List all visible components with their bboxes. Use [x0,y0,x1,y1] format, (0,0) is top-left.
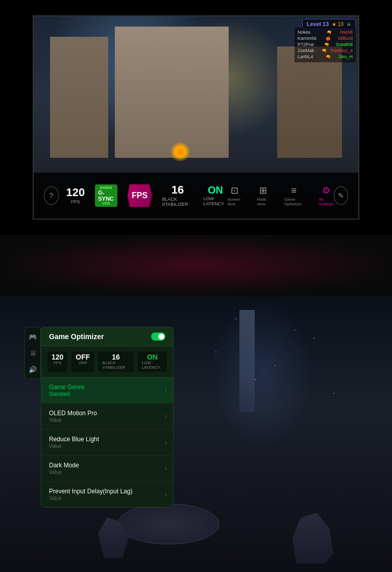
optimizer-latency-label: Low Latency [142,361,163,370]
volume-side-icon[interactable]: 🔊 [28,364,38,374]
reduce-blue-light-chevron: › [165,439,167,446]
team-name-4: TredNuz_4 [330,48,353,53]
reduce-blue-light-title: Reduce Blue Light [49,436,165,443]
score-row-5: Lar6IL4 🔫 Siru_H [298,54,353,59]
hud-icons-row: ⊡ Screen Size ⊞ Multi-view ≡ Game Optimi… [227,185,333,206]
menu-item-dark-mode[interactable]: Dark Mode Value › [41,456,173,482]
team-name-3: GreatNli [336,42,353,47]
building-right [277,46,342,158]
weapon-icon-5: 🔫 [326,55,331,59]
team-name-5: Siru_H [338,54,353,59]
player-name-1: Nokes [298,30,318,35]
oled-motion-chevron: › [165,413,167,420]
score-row-4: ZoeMak 🔫 TredNuz_4 [298,48,353,53]
game-screen-top: Level 13 ★ 10 ☠ Nokes 🔫 HarMt Karren56 🍎… [33,15,359,220]
menu-item-prevent-input-delay[interactable]: Prevent Input Delay(Input Lag) Value › [41,482,173,507]
weapon-icon-4: 🔫 [322,49,327,53]
screen-size-label: Screen Size [227,197,241,206]
display-side-icon[interactable]: 🖥 [28,348,38,358]
optimizer-panel-title: Game Optimizer [49,332,104,341]
score-row-2: Karren56 🍎 Millund [298,36,353,41]
level-text: Level 13 [307,21,329,27]
optimizer-toggle[interactable] [151,332,165,341]
gsync-name: G-SYNC [98,189,114,202]
game-genre-value: Standard [49,391,165,397]
optimizer-blackstab-value: 16 [112,353,120,361]
optimizer-label: Game Optimizer [284,197,304,206]
level-stars: ★ 10 [332,21,344,27]
latency-stat: ON Low Latency [204,185,228,206]
weapon-icon-3: 🔫 [324,42,329,47]
middle-transition [0,235,392,296]
fps-center-badge: FPS [128,184,152,207]
optimizer-fps-label: FPS [54,361,62,365]
multiview-label: Multi-view [257,197,269,206]
edit-icon[interactable]: ✎ [334,186,349,205]
skull-icon: ☠ [347,21,351,27]
settings-icon: ⚙ [322,185,330,196]
oled-motion-value: Value [49,417,165,423]
optimizer-stats-row: 120 FPS OFF VRR 16 Black Stabilizer ON L… [41,346,173,377]
prevent-input-delay-title: Prevent Input Delay(Input Lag) [49,488,165,495]
fps-label: FPS [71,199,80,204]
fps-stat: 120 FPS [66,187,85,204]
optimizer-vrr-label: VRR [79,361,87,365]
menu-item-oled-motion[interactable]: OLED Motion Pro Value › [41,403,173,430]
black-stab-stat: 16 Black Stabilizer [162,184,193,207]
settings-icon-item[interactable]: ⚙ All Settings [319,185,334,206]
team-name-1: HarMt [340,30,353,35]
gsync-nvidia-label: NVIDIA [100,186,112,189]
optimizer-vrr-value: OFF [76,353,90,361]
settings-label: All Settings [319,197,334,206]
help-icon[interactable]: ? [44,186,59,205]
optimizer-panel-header: Game Optimizer [41,327,173,346]
top-game-section: Level 13 ★ 10 ☠ Nokes 🔫 HarMt Karren56 🍎… [0,0,392,235]
hud-bar: ? 120 FPS NVIDIA G-SYNC VRR FPS [34,173,358,219]
weapon-icon-1: 🔫 [327,30,332,35]
dark-mode-chevron: › [165,465,167,472]
game-optimizer-panel: Game Optimizer 120 FPS OFF VRR 16 Black … [41,327,174,508]
player-name-4: ZoeMak [298,48,318,53]
gsync-vrr: VRR [103,202,110,205]
screen-size-icon: ⊡ [231,185,238,196]
fps-value: 120 [66,187,85,198]
optimizer-latency-value: ON [147,353,158,361]
hud-stats-row: 120 FPS NVIDIA G-SYNC VRR FPS 16 Black S… [66,184,228,207]
snow-5 [275,365,276,366]
multiview-icon-item[interactable]: ⊞ Multi-view [257,185,269,206]
stone-platform [117,504,219,544]
score-row-1: Nokes 🔫 HarMt [298,30,353,35]
waterfall-effect [239,310,255,412]
dark-mode-value: Value [49,469,165,475]
game-genre-title: Game Genre [49,384,165,391]
player-name-3: P72Poe [298,42,318,47]
optimizer-blackstab-stat: 16 Black Stabilizer [98,351,133,372]
optimizer-fps-stat: 120 FPS [47,351,67,372]
optimizer-blackstab-label: Black Stabilizer [102,361,129,370]
building-center [115,27,229,158]
optimizer-vrr-stat: OFF VRR [71,351,94,372]
gsync-badge: NVIDIA G-SYNC VRR [95,184,117,207]
optimizer-latency-stat: ON Low Latency [138,351,167,372]
black-stab-label: Black Stabilizer [162,197,193,207]
side-icon-panel: 🎮 🖥 🔊 [24,327,41,379]
menu-item-reduce-blue-light[interactable]: Reduce Blue Light Value › [41,430,173,456]
team-name-2: Millund [338,36,353,41]
reduce-blue-light-value: Value [49,443,165,449]
optimizer-fps-value: 120 [52,353,63,361]
optimizer-icon: ≡ [291,185,297,196]
gamepad-side-icon[interactable]: 🎮 [28,331,38,342]
gunfire-effect [170,141,190,162]
bottom-game-section: 🎮 🖥 🔊 Game Optimizer 120 FPS OFF VRR 16 … [0,296,392,572]
optimizer-icon-item[interactable]: ≡ Game Optimizer [284,185,304,206]
atmospheric-light [211,296,313,449]
dark-mode-title: Dark Mode [49,462,165,469]
oled-motion-title: OLED Motion Pro [49,410,165,417]
prevent-input-delay-value: Value [49,495,165,501]
latency-label: Low Latency [204,196,228,206]
menu-item-game-genre[interactable]: Game Genre Standard › [41,377,173,403]
multiview-icon: ⊞ [259,185,267,196]
screen-size-icon-item[interactable]: ⊡ Screen Size [227,185,241,206]
player-name-2: Karren56 [298,36,318,41]
snow-7 [333,393,334,394]
